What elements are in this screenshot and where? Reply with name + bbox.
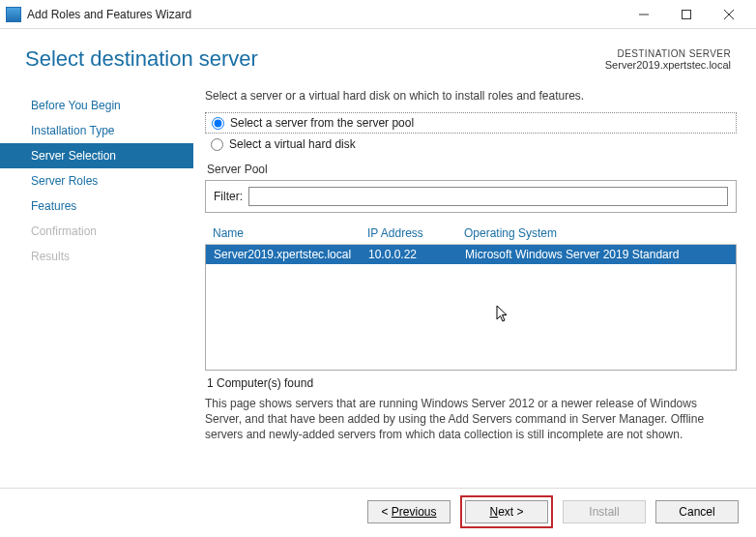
previous-button[interactable]: < Previous	[367, 500, 451, 523]
maximize-icon	[682, 10, 691, 19]
sidebar-item-results: Results	[0, 244, 193, 269]
computers-found: 1 Computer(s) found	[207, 376, 737, 390]
destination-block: DESTINATION SERVER Server2019.xpertstec.…	[605, 46, 731, 72]
sidebar-item-features[interactable]: Features	[0, 194, 193, 219]
radio-server-pool-input[interactable]	[212, 117, 224, 130]
sidebar-item-before-you-begin[interactable]: Before You Begin	[0, 93, 193, 118]
sidebar-item-confirmation: Confirmation	[0, 219, 193, 244]
cell-name: Server2019.xpertstec.local	[214, 248, 368, 261]
destination-name: Server2019.xpertstec.local	[605, 59, 731, 71]
page-title: Select destination server	[25, 46, 605, 72]
sidebar: Before You Begin Installation Type Serve…	[0, 87, 193, 488]
col-header-name[interactable]: Name	[213, 226, 367, 240]
app-icon	[6, 7, 21, 22]
radio-vhd-label: Select a virtual hard disk	[229, 137, 356, 151]
next-button[interactable]: Next >	[465, 500, 548, 523]
next-highlight: Next >	[460, 495, 553, 528]
filter-label: Filter:	[214, 190, 243, 203]
titlebar: Add Roles and Features Wizard	[0, 0, 756, 29]
server-table: Server2019.xpertstec.local 10.0.0.22 Mic…	[205, 245, 737, 371]
svg-rect-1	[683, 10, 691, 18]
filter-bar: Filter:	[205, 180, 737, 213]
instruction-text: Select a server or a virtual hard disk o…	[205, 89, 737, 103]
radio-server-pool[interactable]: Select a server from the server pool	[212, 115, 730, 131]
table-row[interactable]: Server2019.xpertstec.local 10.0.0.22 Mic…	[206, 245, 736, 264]
col-header-os[interactable]: Operating System	[464, 226, 729, 240]
filter-input[interactable]	[248, 187, 728, 206]
close-button[interactable]	[708, 1, 750, 28]
radio-vhd[interactable]: Select a virtual hard disk	[205, 135, 737, 159]
footer-note: This page shows servers that are running…	[205, 396, 737, 443]
col-header-ip[interactable]: IP Address	[367, 226, 464, 240]
close-icon	[724, 10, 734, 19]
maximize-button[interactable]	[665, 1, 708, 28]
radio-group-source: Select a server from the server pool	[205, 112, 737, 134]
previous-label: Previous	[392, 505, 437, 519]
main-panel: Select a server or a virtual hard disk o…	[193, 87, 756, 488]
cell-ip: 10.0.0.22	[368, 248, 465, 261]
window-title: Add Roles and Features Wizard	[27, 8, 191, 21]
cell-os: Microsoft Windows Server 2019 Standard	[465, 248, 728, 261]
destination-label: DESTINATION SERVER	[605, 48, 731, 59]
minimize-button[interactable]	[623, 1, 665, 28]
radio-server-pool-label: Select a server from the server pool	[230, 116, 414, 130]
sidebar-item-server-roles[interactable]: Server Roles	[0, 168, 193, 194]
sidebar-item-installation-type[interactable]: Installation Type	[0, 118, 193, 143]
cancel-button[interactable]: Cancel	[655, 500, 739, 523]
table-header: Name IP Address Operating System	[205, 223, 737, 245]
sidebar-item-server-selection[interactable]: Server Selection	[0, 143, 193, 168]
footer: < Previous Next > Install Cancel	[0, 488, 756, 537]
install-button: Install	[563, 500, 646, 523]
radio-vhd-input[interactable]	[211, 138, 223, 151]
header: Select destination server DESTINATION SE…	[0, 29, 756, 87]
minimize-icon	[639, 10, 649, 19]
cursor-icon	[496, 305, 511, 324]
server-pool-label: Server Pool	[207, 163, 737, 176]
